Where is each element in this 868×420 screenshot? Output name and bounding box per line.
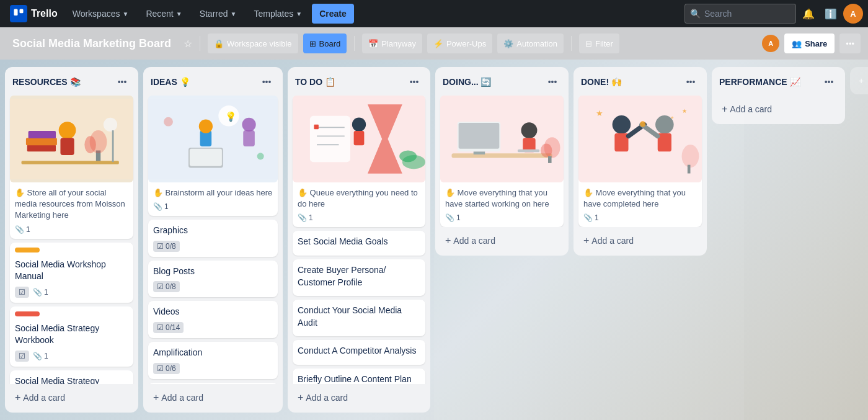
card-content-plan[interactable]: Briefly Outline A Content Plan ✏️ (293, 369, 425, 384)
list-title-done: DONE! 🙌 (581, 77, 682, 87)
svg-rect-43 (518, 150, 539, 153)
card-resources-cover[interactable]: ✋ Store all of your social media resourc… (10, 96, 133, 239)
checklist-badge: ☑ 0/8 (153, 241, 180, 252)
notifications-button[interactable]: 🔔 (799, 4, 818, 24)
svg-point-32 (352, 118, 366, 132)
card-strategy-workbook[interactable]: Social Media Strategy Workbook ☑ 📎 1 ✏️ (10, 306, 133, 367)
trello-logo[interactable]: Trello (5, 1, 63, 26)
card-competitor-analysis[interactable]: Conduct A Competitor Analysis ✏️ (293, 340, 425, 365)
svg-point-8 (84, 136, 96, 153)
card-doing-cover[interactable]: ✋ Move everything that you have started … (440, 96, 564, 227)
list-done: DONE! 🙌 ••• (574, 67, 707, 256)
list-more-ideas[interactable]: ••• (258, 73, 275, 91)
card-social-audit[interactable]: Conduct Your Social Media Audit ✏️ (293, 300, 425, 336)
list-more-resources[interactable]: ••• (113, 73, 131, 91)
header-divider-3 (571, 36, 572, 51)
list-ideas: IDEAS 💡 ••• 💡 (143, 67, 283, 413)
automation-button[interactable]: ⚙️ Automation (497, 34, 564, 53)
svg-rect-10 (60, 138, 74, 155)
power-icon: ⚡ (433, 39, 443, 48)
attachment-icon: 📎 (298, 213, 307, 222)
svg-rect-3 (27, 145, 56, 151)
card-done-cover[interactable]: ★ ★ ★ ✋ Move everything that you have co… (578, 96, 702, 227)
list-more-done[interactable]: ••• (682, 73, 699, 91)
list-header-performance: PERFORMANCE 📈 ••• (712, 67, 845, 96)
card-buyer-persona[interactable]: Create Buyer Persona/ Customer Profile ✏… (293, 259, 425, 296)
card-cover-done: ★ ★ ★ (578, 96, 702, 182)
create-button[interactable]: Create (312, 4, 354, 24)
card-videos[interactable]: Videos ☑ 0/14 ✏️ (148, 301, 278, 338)
card-title: Create Buyer Persona/ Customer Profile (298, 264, 420, 288)
list-more-performance[interactable]: ••• (820, 73, 838, 91)
svg-rect-22 (243, 130, 255, 146)
list-more-todo[interactable]: ••• (405, 73, 423, 91)
svg-point-48 (613, 115, 631, 134)
card-blog-posts[interactable]: Blog Posts ☑ 0/8 ✏️ (148, 261, 278, 298)
list-cards-doing: ✋ Move everything that you have started … (435, 96, 569, 227)
add-card-button-resources[interactable]: + Add a card (10, 388, 133, 408)
add-list-button[interactable]: + + Add another list (850, 67, 868, 94)
svg-rect-33 (354, 131, 365, 145)
svg-rect-27 (310, 116, 350, 162)
avatar[interactable]: A (843, 4, 863, 24)
add-card-button-todo[interactable]: + Add a card (293, 388, 425, 408)
checklist-badge: ☑ (15, 351, 29, 362)
search-bar[interactable]: 🔍 Search (684, 4, 796, 24)
recent-menu[interactable]: Recent ▼ (138, 4, 189, 24)
planyway-button[interactable]: 📅 Planyway (362, 34, 422, 53)
card-ideas-desc: ✋ Brainstorm all your ideas here (153, 187, 273, 199)
attachment-icon: 📎 (33, 288, 42, 297)
attachment-icon: 📎 (583, 213, 593, 222)
star-icon[interactable]: ☆ (184, 38, 192, 50)
card-todo-cover[interactable]: ✋ Queue everything you need to do here 📎… (293, 96, 425, 227)
svg-rect-56 (688, 165, 691, 174)
workspace-visible-button[interactable]: 🔒 Workspace visible (208, 34, 298, 53)
board-more-button[interactable]: ••• (839, 34, 861, 53)
board-title[interactable]: Social Media Marketing Board (7, 35, 176, 53)
card-cover-doing (440, 96, 564, 182)
add-card-button-doing[interactable]: + Add a card (440, 231, 564, 251)
card-badges: 📎 1 (583, 213, 697, 222)
add-card-button-ideas[interactable]: + Add a card (148, 388, 278, 408)
list-header-doing: DOING... 🔄 ••• (435, 67, 569, 96)
board-view-button[interactable]: ⊞ Board (303, 34, 347, 53)
card-title: Briefly Outline A Content Plan (298, 373, 420, 384)
list-title-todo: TO DO 📋 (295, 77, 405, 87)
list-title-performance: PERFORMANCE 📈 (719, 77, 820, 87)
card-badges: ☑ 📎 1 (15, 287, 128, 298)
card-badges: ☑ 0/14 (153, 322, 273, 333)
share-button[interactable]: 👥 Share (784, 34, 835, 53)
chevron-down-icon: ▼ (296, 11, 302, 17)
card-title: Conduct A Competitor Analysis (298, 345, 420, 357)
header-divider-2 (354, 36, 355, 51)
card-amplification[interactable]: Amplification ☑ 0/6 ✏️ (148, 342, 278, 379)
list-more-doing[interactable]: ••• (544, 73, 561, 91)
share-icon: 👥 (792, 39, 802, 48)
card-community[interactable]: Community Engagement ☑ 0/2 ✏️ (148, 383, 278, 384)
card-strategy-template[interactable]: Social Media Strategy Template ✏️ (10, 370, 133, 384)
attachment-icon: 📎 (33, 352, 42, 360)
checklist-badge: ☑ 0/14 (153, 322, 184, 333)
list-title-doing: DOING... 🔄 (443, 77, 544, 87)
add-card-button-performance[interactable]: + Add a card (717, 99, 840, 119)
card-badges: 📎 1 (298, 213, 420, 222)
add-card-button-done[interactable]: + Add a card (578, 231, 702, 251)
svg-rect-31 (314, 125, 318, 129)
card-ideas-cover[interactable]: 💡 ✋ Brainstorm all your ideas here 📎 1 (148, 96, 278, 216)
starred-menu[interactable]: Starred ▼ (192, 4, 244, 24)
board-member-avatar[interactable]: A (762, 35, 779, 52)
list-footer-resources: + Add a card (5, 384, 138, 413)
card-resources-desc: ✋ Store all of your social media resourc… (15, 187, 128, 221)
filter-button[interactable]: ⊟ Filter (579, 34, 619, 53)
workspaces-menu[interactable]: Workspaces ▼ (65, 4, 136, 24)
power-ups-button[interactable]: ⚡ Power-Ups (427, 34, 492, 53)
card-graphics[interactable]: Graphics ☑ 0/8 ✏️ (148, 220, 278, 257)
card-social-goals[interactable]: Set Social Media Goals ✏️ (293, 231, 425, 256)
list-footer-doing: + Add a card (435, 227, 569, 256)
card-badges: 📎 1 (153, 202, 273, 211)
templates-menu[interactable]: Templates ▼ (246, 4, 309, 24)
info-button[interactable]: ℹ️ (821, 4, 841, 24)
card-workshop-manual[interactable]: Social Media Workshop Manual ☑ 📎 1 ✏️ (10, 243, 133, 303)
card-doing-desc: ✋ Move everything that you have started … (445, 187, 559, 210)
svg-point-9 (59, 122, 76, 139)
